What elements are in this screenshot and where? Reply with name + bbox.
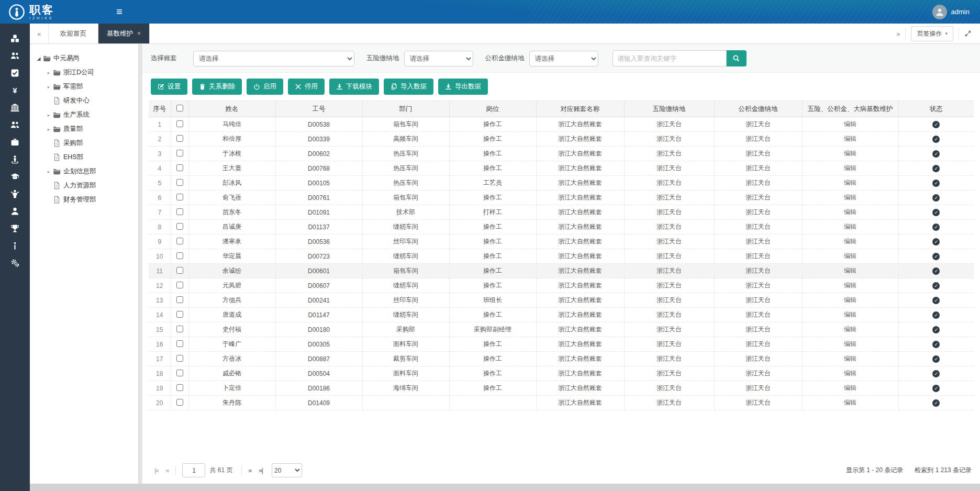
- row-checkbox[interactable]: [176, 179, 183, 186]
- tree-node-5[interactable]: 采购部: [35, 136, 133, 150]
- edit-link[interactable]: 编辑: [844, 355, 856, 362]
- status-ok-icon[interactable]: ✓: [932, 121, 940, 128]
- status-ok-icon[interactable]: ✓: [932, 341, 940, 348]
- header-user-area[interactable]: admin: [932, 5, 980, 19]
- rail-item-team[interactable]: [0, 117, 30, 135]
- edit-link[interactable]: 编辑: [844, 384, 856, 392]
- tabs-scroll-left-icon[interactable]: «: [30, 24, 49, 43]
- row-checkbox[interactable]: [176, 135, 183, 142]
- rail-item-info[interactable]: [0, 238, 30, 255]
- filter-select-2[interactable]: 请选择: [529, 51, 598, 66]
- tree-node-8[interactable]: 人力资源部: [35, 178, 133, 193]
- row-checkbox[interactable]: [176, 370, 183, 376]
- tab-operations-button[interactable]: 页签操作 ▾: [911, 26, 953, 41]
- row-checkbox[interactable]: [176, 282, 183, 288]
- edit-link[interactable]: 编辑: [844, 370, 856, 377]
- tree-node-3[interactable]: ▸生产系统: [35, 108, 133, 122]
- status-ok-icon[interactable]: ✓: [932, 136, 940, 143]
- status-ok-icon[interactable]: ✓: [932, 194, 940, 202]
- tree-node-7[interactable]: ▸企划信息部: [35, 164, 133, 178]
- toolbar-button-6[interactable]: 导出数据: [438, 79, 488, 95]
- edit-link[interactable]: 编辑: [844, 311, 856, 318]
- status-ok-icon[interactable]: ✓: [932, 282, 940, 289]
- rail-item-graduation-cap[interactable]: [0, 169, 30, 186]
- edit-link[interactable]: 编辑: [844, 238, 856, 245]
- table-row[interactable]: 9潘寒承D00536丝印车间操作工浙江大自然账套浙江天台浙江天台编辑✓: [149, 235, 974, 249]
- tree-node-root[interactable]: ◢中元易尚: [35, 51, 133, 65]
- tab-home[interactable]: 欢迎首页: [49, 24, 98, 43]
- table-row[interactable]: 10华定晨D00723缝纫车间操作工浙江大自然账套浙江天台浙江天台编辑✓: [149, 249, 974, 264]
- status-ok-icon[interactable]: ✓: [932, 311, 940, 319]
- table-row[interactable]: 15史付福D00180采购部采购部副经理浙江大自然账套浙江天台浙江天台编辑✓: [149, 322, 974, 337]
- row-checkbox[interactable]: [176, 267, 183, 274]
- status-ok-icon[interactable]: ✓: [932, 326, 940, 333]
- status-ok-icon[interactable]: ✓: [932, 297, 940, 304]
- tree-node-6[interactable]: EHS部: [35, 150, 133, 164]
- table-row[interactable]: 11余诚纷D00601箱包车间操作工浙江大自然账套浙江天台浙江天台编辑✓: [149, 264, 974, 278]
- fullscreen-icon[interactable]: [964, 30, 972, 37]
- toolbar-button-3[interactable]: 停用: [288, 79, 325, 95]
- status-ok-icon[interactable]: ✓: [932, 150, 940, 158]
- row-checkbox[interactable]: [176, 384, 183, 391]
- status-ok-icon[interactable]: ✓: [932, 238, 940, 246]
- status-ok-icon[interactable]: ✓: [932, 399, 940, 407]
- toolbar-button-5[interactable]: 导入数据: [384, 79, 433, 95]
- rail-item-cubes[interactable]: [0, 31, 30, 48]
- status-ok-icon[interactable]: ✓: [932, 267, 940, 275]
- table-row[interactable]: 20朱丹陈D01409浙江大自然账套浙江天台浙江天台编辑✓: [149, 396, 974, 410]
- caret-collapsed-icon[interactable]: ▸: [45, 169, 52, 174]
- last-page-icon[interactable]: »|: [255, 467, 266, 474]
- row-checkbox[interactable]: [176, 238, 183, 244]
- row-checkbox[interactable]: [176, 340, 183, 347]
- row-checkbox[interactable]: [176, 208, 183, 215]
- search-input[interactable]: [612, 50, 727, 66]
- search-button[interactable]: [727, 50, 747, 66]
- status-ok-icon[interactable]: ✓: [932, 355, 940, 363]
- tree-node-2[interactable]: 研发中心: [35, 94, 133, 108]
- rail-item-yen[interactable]: ¥: [0, 83, 30, 100]
- table-row[interactable]: 4王大蔷D00768热压车间操作工浙江大自然账套浙江天台浙江天台编辑✓: [149, 161, 974, 176]
- toolbar-button-0[interactable]: 设置: [151, 79, 187, 95]
- row-checkbox[interactable]: [176, 150, 183, 157]
- status-ok-icon[interactable]: ✓: [932, 209, 940, 216]
- status-ok-icon[interactable]: ✓: [932, 253, 940, 260]
- caret-collapsed-icon[interactable]: ▸: [45, 84, 52, 90]
- table-row[interactable]: 12元凤碧D00607缝纫车间操作工浙江大自然账套浙江天台浙江天台编辑✓: [149, 278, 974, 293]
- edit-link[interactable]: 编辑: [844, 252, 856, 260]
- edit-link[interactable]: 编辑: [844, 296, 856, 304]
- tree-node-9[interactable]: 财务管理部: [35, 193, 133, 207]
- table-row[interactable]: 19卜定倍D00186海绵车间操作工浙江大自然账套浙江天台浙江天台编辑✓: [149, 381, 974, 396]
- edit-link[interactable]: 编辑: [844, 164, 856, 172]
- status-ok-icon[interactable]: ✓: [932, 180, 940, 187]
- tree-node-1[interactable]: ▸军需部: [35, 80, 133, 94]
- caret-collapsed-icon[interactable]: ▸: [45, 113, 52, 118]
- row-checkbox[interactable]: [176, 194, 183, 200]
- edit-link[interactable]: 编辑: [844, 135, 856, 142]
- edit-link[interactable]: 编辑: [844, 120, 856, 128]
- rail-item-user[interactable]: [0, 204, 30, 221]
- row-checkbox[interactable]: [176, 252, 183, 259]
- caret-expanded-icon[interactable]: ◢: [35, 56, 42, 61]
- table-row[interactable]: 3于冰根D00602热压车间操作工浙江大自然账套浙江天台浙江天台编辑✓: [149, 147, 974, 161]
- toolbar-button-4[interactable]: 下载模块: [329, 79, 379, 95]
- filter-select-0[interactable]: 请选择: [193, 51, 354, 66]
- rail-item-suitcase[interactable]: [0, 135, 30, 152]
- row-checkbox[interactable]: [176, 164, 183, 171]
- next-page-icon[interactable]: »: [245, 467, 255, 474]
- table-row[interactable]: 17方蓓冰D00887裁剪车间操作工浙江大自然账套浙江天台浙江天台编辑✓: [149, 352, 974, 366]
- table-row[interactable]: 1马纯倍D00538箱包车间操作工浙江大自然账套浙江天台浙江天台编辑✓: [149, 117, 974, 132]
- row-checkbox[interactable]: [176, 311, 183, 318]
- edit-link[interactable]: 编辑: [844, 223, 856, 230]
- hamburger-menu-icon[interactable]: ≡: [116, 6, 122, 18]
- row-checkbox[interactable]: [176, 296, 183, 303]
- rail-item-users[interactable]: [0, 48, 30, 65]
- table-row[interactable]: 5彭冰风D00105热压车间工艺员浙江大自然账套浙江天台浙江天台编辑✓: [149, 176, 974, 191]
- rail-item-bank[interactable]: [0, 100, 30, 117]
- rail-item-street-view[interactable]: [0, 152, 30, 169]
- filter-select-1[interactable]: 请选择: [404, 51, 473, 66]
- rail-item-trophy[interactable]: [0, 221, 30, 238]
- edit-link[interactable]: 编辑: [844, 399, 856, 406]
- table-row[interactable]: 7苗东冬D01091技术部打样工浙江大自然账套浙江天台浙江天台编辑✓: [149, 205, 974, 220]
- table-row[interactable]: 14唐道成D01147缝纫车间操作工浙江大自然账套浙江天台浙江天台编辑✓: [149, 308, 974, 322]
- table-row[interactable]: 8昌诚庚D01137缝纫车间操作工浙江大自然账套浙江天台浙江天台编辑✓: [149, 220, 974, 235]
